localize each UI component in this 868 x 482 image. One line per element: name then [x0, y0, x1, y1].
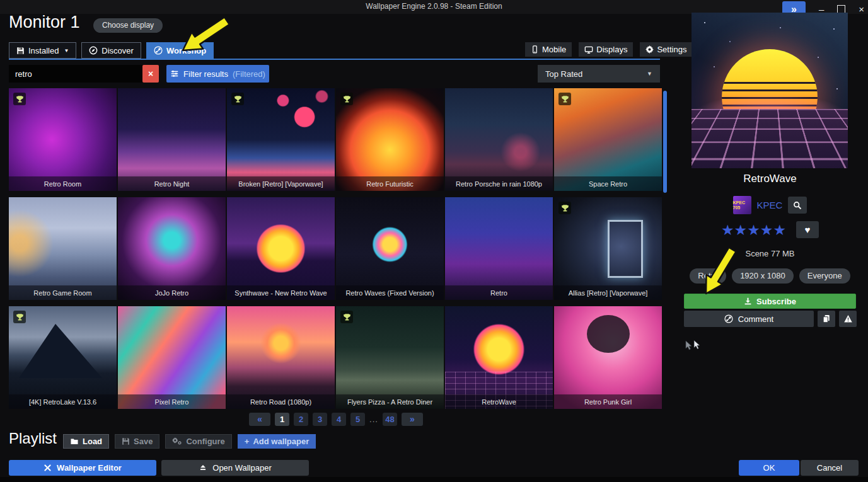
close-button[interactable]: ×: [859, 1, 864, 18]
tab-label: Workshop: [166, 46, 206, 55]
wallpaper-type-size: Scene 77 MB: [684, 249, 856, 258]
pagination-ellipsis: ...: [369, 415, 378, 424]
add-wallpaper-button[interactable]: + Add wallpaper: [238, 434, 316, 449]
steam-icon: [154, 46, 163, 55]
wallpaper-tile[interactable]: Synthwave - New Retro Wave: [227, 197, 335, 300]
wallpaper-tile[interactable]: [4K] RetroLake V.13.6: [9, 306, 117, 409]
tile-artwork: [118, 197, 226, 300]
choose-display-button[interactable]: Choose display: [93, 18, 163, 33]
preview-grid-floor: [692, 109, 848, 168]
tile-artwork: [227, 197, 335, 300]
wallpaper-tile[interactable]: Retro Futuristic: [336, 88, 444, 191]
clear-search-button[interactable]: ×: [142, 65, 159, 83]
wallpaper-tile[interactable]: Retro Porsche in rain 1080p: [445, 88, 553, 191]
save-icon: [16, 47, 25, 55]
subscribe-button[interactable]: Subscribe: [684, 294, 856, 309]
wallpaper-tile[interactable]: Flyers Pizza - A Retro Diner: [336, 306, 444, 409]
caret-down-icon: ▼: [647, 71, 652, 77]
tab-workshop[interactable]: Workshop: [146, 42, 214, 59]
button-label: Displays: [596, 45, 627, 54]
tile-label: Retro Room: [9, 176, 117, 191]
trophy-icon: [558, 93, 571, 105]
tag-pill[interactable]: 1920 x 1080: [732, 268, 794, 284]
wallpaper-tile[interactable]: Allias [Retro] [Vaporwave]: [554, 197, 662, 300]
copy-icon: [822, 314, 831, 323]
tile-label: Retro Road (1080p): [227, 394, 335, 409]
tag-pill[interactable]: Everyone: [799, 268, 850, 284]
open-wallpaper-button[interactable]: Open Wallpaper: [161, 460, 309, 476]
copy-link-button[interactable]: [818, 311, 835, 327]
pagination-next-button[interactable]: »: [402, 413, 423, 426]
configure-playlist-button[interactable]: Configure: [165, 434, 231, 449]
wallpaper-tile[interactable]: Retro Game Room: [9, 197, 117, 300]
grid-scrollbar[interactable]: [663, 91, 667, 193]
ok-button[interactable]: OK: [739, 460, 799, 476]
sort-dropdown[interactable]: Top Rated ▼: [538, 65, 660, 83]
wallpaper-tile[interactable]: Broken [Retro] [Vaporwave]: [227, 88, 335, 191]
star-icon[interactable]: ★: [747, 222, 760, 238]
search-author-button[interactable]: [788, 197, 807, 214]
report-button[interactable]: [839, 311, 857, 327]
star-icon[interactable]: ★: [760, 222, 773, 238]
pagination-prev-button[interactable]: «: [249, 413, 270, 426]
wallpaper-tile[interactable]: Pixel Retro: [118, 306, 226, 409]
wallpaper-tile[interactable]: Retro: [445, 197, 553, 300]
tile-artwork: [445, 88, 553, 191]
displays-button[interactable]: Displays: [579, 42, 633, 57]
tag-pill[interactable]: Retro: [690, 268, 726, 284]
search-input[interactable]: [9, 65, 145, 83]
filter-results-button[interactable]: Filter results (Filtered): [166, 65, 269, 83]
compass-icon: [89, 46, 98, 55]
title-bar: Wallpaper Engine 2.0.98 - Steam Edition: [0, 0, 868, 14]
comment-button[interactable]: Comment: [684, 311, 814, 327]
author-name-link[interactable]: KPEC: [757, 200, 783, 210]
search-icon: [793, 201, 802, 210]
author-row: KPEC 705 KPEC: [684, 196, 856, 214]
warning-icon: [843, 314, 853, 323]
wallpaper-tile[interactable]: Retro Waves (Fixed Version): [336, 197, 444, 300]
load-playlist-button[interactable]: Load: [63, 434, 109, 449]
playlist-title: Playlist: [9, 430, 57, 447]
pagination-page-4[interactable]: 4: [332, 413, 346, 426]
wallpaper-editor-button[interactable]: Wallpaper Editor: [9, 460, 156, 476]
button-label: Settings: [657, 45, 686, 54]
tile-artwork: [445, 306, 553, 409]
settings-button[interactable]: Settings: [640, 42, 692, 57]
rating-row: ★★★★★ ♥: [684, 221, 856, 238]
wallpaper-tile[interactable]: Retro Road (1080p): [227, 306, 335, 409]
pagination-page-48[interactable]: 48: [383, 413, 397, 426]
tile-label: Retro Punk Girl: [554, 394, 662, 409]
wallpaper-tile[interactable]: Space Retro: [554, 88, 662, 191]
wallpaper-engine-window: Wallpaper Engine 2.0.98 - Steam Edition …: [0, 0, 868, 482]
button-label: Comment: [738, 314, 773, 324]
tab-installed[interactable]: Installed ▼: [9, 42, 76, 59]
star-icon[interactable]: ★: [773, 222, 786, 238]
tile-label: Retro Night: [118, 176, 226, 191]
tile-label: Retro Futuristic: [336, 176, 444, 191]
tile-label: JoJo Retro: [118, 285, 226, 300]
wallpaper-preview: [692, 13, 848, 168]
star-icon[interactable]: ★: [734, 222, 748, 238]
star-icon[interactable]: ★: [721, 222, 734, 238]
cancel-button[interactable]: Cancel: [801, 460, 859, 476]
tab-bar: Installed ▼ Discover Workshop: [9, 42, 214, 59]
tab-discover[interactable]: Discover: [81, 42, 141, 59]
pagination-page-2[interactable]: 2: [294, 413, 308, 426]
mobile-button[interactable]: Mobile: [525, 42, 572, 57]
pagination-page-3[interactable]: 3: [313, 413, 327, 426]
trophy-icon: [13, 311, 26, 323]
monitor-icon: [584, 45, 593, 54]
tile-artwork: [227, 306, 335, 409]
wallpaper-tile[interactable]: Retro Room: [9, 88, 117, 191]
heart-icon: ♥: [805, 224, 811, 235]
pagination-page-5[interactable]: 5: [350, 413, 365, 426]
save-playlist-button[interactable]: Save: [115, 434, 159, 449]
tab-label: Discover: [101, 46, 134, 55]
favorite-button[interactable]: ♥: [796, 221, 819, 238]
author-avatar[interactable]: KPEC 705: [733, 196, 751, 214]
pagination-page-1[interactable]: 1: [275, 413, 289, 426]
wallpaper-tile[interactable]: Retro Punk Girl: [554, 306, 662, 409]
wallpaper-tile[interactable]: Retro Night: [118, 88, 226, 191]
wallpaper-tile[interactable]: JoJo Retro: [118, 197, 226, 300]
wallpaper-tile[interactable]: RetroWave: [445, 306, 553, 409]
